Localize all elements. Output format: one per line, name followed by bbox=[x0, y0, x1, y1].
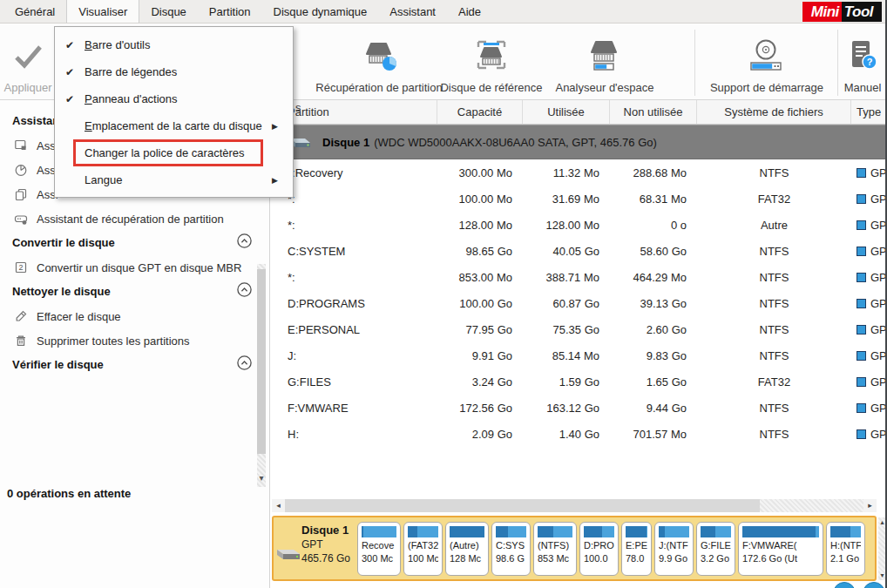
cell-partition: E:PERSONAL bbox=[270, 323, 437, 336]
usage-bar-used bbox=[362, 526, 363, 537]
table-row[interactable]: *: 100.00 Mo 31.69 Mo 68.31 Mo FAT32 GP bbox=[270, 186, 887, 212]
chevron-up-icon[interactable] bbox=[237, 355, 252, 370]
menu-aide[interactable]: Aide bbox=[447, 0, 492, 23]
table-row[interactable]: H: 2.09 Go 1.40 Go 701.57 Mo NTFS GP bbox=[270, 421, 887, 447]
disk-group-row[interactable]: Disque 1 (WDC WD5000AAKX-08U6AA0 SATA, G… bbox=[270, 125, 887, 159]
dropdown-menu-item[interactable]: ✔ Emplacement de la carte du disque ▶ bbox=[55, 112, 293, 139]
cell-filesystem: NTFS bbox=[697, 402, 851, 415]
column-header-filesystem[interactable]: Système de fichiers bbox=[697, 100, 851, 124]
toolbar-separator bbox=[837, 30, 838, 96]
disk-map-disk-info[interactable]: Disque 1 GPT 465.76 Go bbox=[274, 517, 357, 579]
disk-map-partition-block[interactable]: F:VMWARE( 172.6 Go (Ut bbox=[738, 522, 823, 576]
scroll-down-icon[interactable]: ▾ bbox=[255, 472, 267, 484]
disk-recover-icon bbox=[14, 212, 28, 226]
chevron-up-icon[interactable] bbox=[237, 233, 252, 248]
boot-media-button[interactable]: Support de démarrage bbox=[701, 30, 833, 95]
scroll-left-icon[interactable]: ◂ bbox=[272, 499, 285, 512]
table-row[interactable]: J: 9.91 Go 85.14 Mo 9.83 Go NTFS GP bbox=[270, 342, 887, 368]
disk-map-partition-block[interactable]: (NTFS) 853 Mc bbox=[533, 522, 577, 576]
scroll-right-icon[interactable]: ▸ bbox=[863, 499, 877, 512]
menu-partition[interactable]: Partition bbox=[198, 0, 262, 23]
block-size: 98.6 G bbox=[496, 552, 526, 565]
horizontal-scrollbar-thumb[interactable] bbox=[285, 499, 760, 512]
column-header-type[interactable]: Type bbox=[851, 100, 887, 124]
cell-unused: 9.83 Go bbox=[610, 349, 697, 362]
chevron-up-icon[interactable] bbox=[237, 282, 252, 297]
sidebar-item-delete-all-partitions[interactable]: Supprimer toutes les partitions bbox=[0, 328, 256, 353]
cell-partition: *:Recovery bbox=[270, 166, 437, 179]
table-row[interactable]: E:PERSONAL 77.95 Go 75.35 Go 2.60 Go NTF… bbox=[270, 316, 887, 342]
wizard-section-header[interactable]: Assistan bbox=[12, 114, 59, 127]
table-row[interactable]: C:SYSTEM 98.65 Go 40.05 Go 58.60 Go NTFS… bbox=[270, 238, 887, 264]
partition-recovery-button[interactable]: Récupération de partition bbox=[305, 30, 453, 95]
dropdown-menu-item[interactable]: ✔ Langue ▶ bbox=[55, 166, 293, 193]
pie-wizard-icon bbox=[14, 163, 28, 177]
convert-section-header[interactable]: Convertir le disque bbox=[12, 236, 115, 249]
menu-general[interactable]: Général bbox=[3, 0, 66, 23]
cell-partition: *: bbox=[270, 193, 437, 206]
map-vertical-scrollbar[interactable]: ▴ ▾ bbox=[878, 517, 886, 580]
sidebar-item-convert-gpt-mbr[interactable]: 2 Convertir un disque GPT en disque MBR bbox=[0, 255, 256, 280]
scroll-up-icon[interactable]: ▴ bbox=[878, 518, 886, 526]
column-header-used[interactable]: Utilisée bbox=[523, 100, 610, 124]
menu-assistant[interactable]: Assistant bbox=[378, 0, 447, 23]
block-size: 3.2 Go bbox=[701, 552, 731, 565]
table-header: Partition Capacité Utilisée Non utilisée… bbox=[270, 100, 887, 125]
reference-disk-button[interactable]: Disque de référence bbox=[436, 30, 547, 95]
menu-item-label: Changer la police de caractères bbox=[85, 146, 272, 159]
cell-capacity: 100.00 Mo bbox=[437, 193, 523, 206]
scroll-down-icon[interactable]: ▾ bbox=[878, 571, 886, 579]
sidebar-item-partition-recovery-wizard[interactable]: Assistant de récupération de partition bbox=[0, 206, 256, 231]
sidebar-scrollbar-thumb[interactable] bbox=[257, 269, 266, 454]
table-row[interactable]: G:FILES 3.24 Go 1.59 Go 1.65 Go FAT32 GP bbox=[270, 368, 887, 395]
table-row[interactable]: *: 128.00 Mo 128.00 Mo 0 o Autre GP bbox=[270, 212, 887, 238]
menu-disque[interactable]: Disque bbox=[139, 0, 197, 23]
disk-map-partition-block[interactable]: J:(NTF 9.9 Go bbox=[654, 522, 694, 576]
column-header-capacity[interactable]: Capacité bbox=[437, 100, 523, 124]
disk-map-partition-block[interactable]: Recove 300 Mc bbox=[357, 522, 401, 576]
dropdown-menu-item[interactable]: ✔ Panneau d'actions ▶ bbox=[55, 85, 293, 112]
logo-mini: Mini bbox=[802, 2, 842, 22]
dropdown-menu-item[interactable]: ✔ Changer la police de caractères ▶ bbox=[55, 139, 293, 166]
table-row[interactable]: *: 853.00 Mo 388.71 Mo 464.29 Mo NTFS GP bbox=[270, 264, 887, 290]
cell-partition: H: bbox=[270, 428, 437, 441]
map-horizontal-scrollbar[interactable]: ◂ ▸ bbox=[272, 499, 877, 512]
map-disk-size: 465.76 Go bbox=[301, 552, 350, 564]
sidebar-scrollbar[interactable] bbox=[257, 264, 266, 487]
table-row[interactable]: *:Recovery 300.00 Mo 11.32 Mo 288.68 Mo … bbox=[270, 159, 887, 186]
cell-filesystem: NTFS bbox=[697, 323, 851, 336]
menu-disque-dynamique[interactable]: Disque dynamique bbox=[262, 0, 379, 23]
table-row[interactable]: F:VMWARE 172.56 Go 163.12 Go 9.44 Go NTF… bbox=[270, 395, 887, 421]
menu-visualiser[interactable]: Visualiser bbox=[66, 0, 139, 23]
check-section-header[interactable]: Vérifier le disque bbox=[12, 358, 104, 371]
cell-type-label: GP bbox=[870, 193, 887, 206]
usage-bar-used bbox=[659, 526, 665, 537]
column-header-unused[interactable]: Non utilisée bbox=[610, 100, 697, 124]
cell-filesystem: Autre bbox=[697, 219, 851, 232]
apply-button[interactable]: Appliquer bbox=[3, 30, 52, 95]
clean-section-header[interactable]: Nettoyer le disque bbox=[12, 285, 111, 298]
space-analyzer-button[interactable]: Analyseur d'espace bbox=[549, 30, 660, 95]
disk-map-partition-block[interactable]: H:(NTF 2.1 Go bbox=[826, 522, 865, 576]
sidebar-item-wipe-disk[interactable]: Effacer le disque bbox=[0, 304, 256, 328]
cell-unused: 464.29 Mo bbox=[610, 271, 697, 284]
disk-map-partition-block[interactable]: G:FILES 3.2 Go bbox=[696, 522, 735, 576]
dropdown-menu-item[interactable]: ✔ Barre d'outils ▶ bbox=[55, 31, 293, 58]
apply-label: Appliquer bbox=[4, 81, 52, 95]
dropdown-menu-item[interactable]: ✔ Barre de légendes ▶ bbox=[55, 58, 293, 85]
cell-partition: D:PROGRAMS bbox=[270, 297, 437, 310]
disk-map-partition-block[interactable]: (FAT32 100 Mc bbox=[403, 522, 443, 576]
table-row[interactable]: D:PROGRAMS 100.00 Go 60.87 Go 39.13 Go N… bbox=[270, 290, 887, 316]
disk-map-partition-block[interactable]: D:PRO 100.0 bbox=[579, 522, 619, 576]
block-size: 9.9 Go bbox=[659, 552, 689, 565]
usage-bar bbox=[362, 526, 396, 537]
block-label: (NTFS) bbox=[538, 539, 572, 552]
disk-map-partition-block[interactable]: (Autre) 128 Mc bbox=[445, 522, 489, 576]
disk-map-partition-block[interactable]: C:SYS 98.6 G bbox=[491, 522, 531, 576]
block-size: 100.0 bbox=[584, 552, 614, 565]
block-size: 2.1 Go bbox=[830, 552, 861, 565]
manual-button[interactable]: ? Manuel bbox=[840, 30, 885, 95]
block-label: E:PE bbox=[626, 539, 647, 552]
cell-filesystem: FAT32 bbox=[697, 193, 851, 206]
disk-map-partition-block[interactable]: E:PE 78.0 bbox=[621, 522, 652, 576]
